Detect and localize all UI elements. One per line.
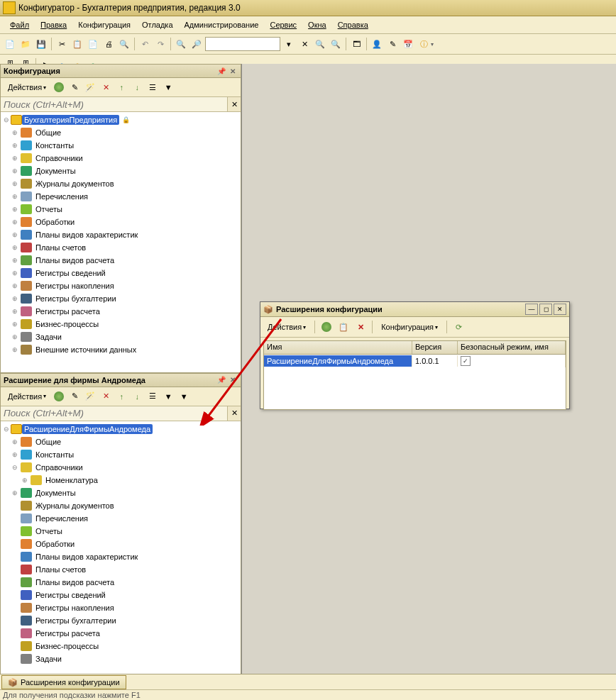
- search-clear-icon[interactable]: ✕: [227, 97, 241, 111]
- tree-node[interactable]: Бизнес-процессы: [1, 640, 241, 652]
- extensions-grid[interactable]: Имя Версия Безопасный режим, имя про... …: [263, 340, 566, 410]
- expand-icon[interactable]: ⊕: [11, 167, 19, 175]
- down-icon[interactable]: ↓: [130, 80, 144, 94]
- col-name[interactable]: Имя: [264, 341, 412, 354]
- expand-icon[interactable]: ⊖: [11, 463, 19, 472]
- tree-search-input[interactable]: [1, 97, 227, 111]
- actions-dropdown[interactable]: Действия ▾: [4, 82, 50, 93]
- tree-node[interactable]: ⊕Регистры расчета: [1, 305, 241, 318]
- panel-ext-close-icon[interactable]: ✕: [228, 375, 238, 385]
- cw-config-dropdown[interactable]: Конфигурация ▾: [377, 321, 442, 333]
- add-icon[interactable]: [52, 80, 66, 94]
- search-next-icon[interactable]: 🔍: [313, 37, 327, 51]
- tree-node[interactable]: ⊕Справочники: [1, 152, 241, 165]
- tree-node[interactable]: ⊕Бизнес-процессы: [1, 318, 241, 330]
- tree-node[interactable]: Отчеты: [1, 525, 241, 538]
- expand-icon[interactable]: ⊕: [11, 154, 19, 162]
- expand-icon[interactable]: ⊕: [11, 282, 19, 290]
- syntax-icon[interactable]: 👤: [370, 37, 384, 51]
- expand-icon[interactable]: ⊕: [11, 333, 19, 341]
- compare-icon[interactable]: 🔍: [117, 37, 131, 51]
- expand-icon[interactable]: ⊕: [11, 192, 19, 201]
- edit-icon[interactable]: ✎: [67, 80, 82, 94]
- calendar-icon[interactable]: 📅: [401, 37, 415, 51]
- tree-node[interactable]: ⊕Регистры бухгалтерии: [1, 292, 241, 305]
- cut-icon[interactable]: ✂: [55, 37, 69, 51]
- expand-icon[interactable]: [11, 578, 19, 587]
- expand-icon[interactable]: [11, 565, 19, 574]
- expand-icon[interactable]: [11, 642, 19, 650]
- ext-sort-icon[interactable]: ☰: [145, 389, 160, 404]
- tree-root[interactable]: ⊖БухгалтерияПредприятия🔒: [1, 113, 241, 126]
- tree-node[interactable]: Планы видов характеристик: [1, 550, 241, 563]
- config-tree[interactable]: ⊖БухгалтерияПредприятия🔒⊕Общие⊕Константы…: [1, 112, 241, 372]
- ext-down-icon[interactable]: ↓: [130, 389, 144, 404]
- menu-config[interactable]: Конфигурация: [72, 19, 136, 30]
- tree-node[interactable]: ⊕Планы видов расчета: [1, 254, 241, 267]
- tree-node[interactable]: ⊕Регистры сведений: [1, 267, 241, 279]
- cw-actions-dropdown[interactable]: Действия ▾: [263, 321, 310, 333]
- tree-node[interactable]: ⊕Перечисления: [1, 190, 241, 203]
- open-file-icon[interactable]: 📁: [18, 37, 33, 51]
- expand-icon[interactable]: ⊕: [11, 256, 19, 265]
- sort-icon[interactable]: ☰: [145, 80, 160, 94]
- ext-edit-icon[interactable]: ✎: [67, 389, 82, 404]
- expand-icon[interactable]: [11, 540, 19, 548]
- expand-icon[interactable]: [11, 591, 19, 599]
- expand-icon[interactable]: [11, 501, 19, 510]
- taskbar-button-extensions[interactable]: 📦 Расширения конфигурации: [1, 675, 126, 689]
- window-minimize-icon[interactable]: —: [525, 304, 538, 315]
- expand-icon[interactable]: [11, 655, 19, 663]
- tree-node[interactable]: Регистры бухгалтерии: [1, 614, 241, 627]
- menu-windows[interactable]: Окна: [302, 19, 332, 30]
- expand-icon[interactable]: ⊕: [11, 320, 19, 328]
- tree-node[interactable]: Перечисления: [1, 512, 241, 525]
- expand-icon[interactable]: [11, 514, 19, 523]
- redo-icon[interactable]: ↷: [153, 37, 167, 51]
- wand-icon[interactable]: 🪄: [83, 80, 97, 94]
- ext-wand-icon[interactable]: 🪄: [83, 389, 97, 404]
- up-icon[interactable]: ↑: [114, 80, 128, 94]
- undo-icon[interactable]: ↶: [138, 37, 152, 51]
- cw-add-icon[interactable]: [319, 320, 334, 334]
- tree-node[interactable]: ⊕Документы: [1, 165, 241, 177]
- tree-node[interactable]: Регистры сведений: [1, 589, 241, 601]
- search-field[interactable]: [205, 37, 280, 51]
- ext-filter-icon[interactable]: ▼: [161, 389, 175, 404]
- ext-add-icon[interactable]: [52, 389, 66, 404]
- tree-node[interactable]: ⊖Справочники: [1, 461, 241, 474]
- filter-icon[interactable]: ▼: [161, 80, 175, 94]
- ext-actions-dropdown[interactable]: Действия ▾: [4, 391, 50, 402]
- expand-icon[interactable]: ⊕: [11, 269, 19, 277]
- menu-service[interactable]: Сервис: [264, 19, 302, 30]
- tree-node[interactable]: Планы счетов: [1, 563, 241, 576]
- tree-node[interactable]: Регистры накопления: [1, 601, 241, 614]
- tree-node[interactable]: ⊕Обработки: [1, 216, 241, 228]
- tree-node[interactable]: ⊕Константы: [1, 448, 241, 461]
- expand-icon[interactable]: ⊕: [11, 141, 19, 150]
- expand-icon[interactable]: [11, 604, 19, 612]
- wizard-icon[interactable]: ✎: [385, 37, 400, 51]
- tree-root[interactable]: ⊖РасширениеДляФирмыАндромеда: [1, 423, 241, 435]
- search-prev-icon[interactable]: 🔍: [329, 37, 343, 51]
- ext-search-clear-icon[interactable]: ✕: [227, 406, 241, 421]
- tree-node[interactable]: Журналы документов: [1, 499, 241, 512]
- ext-up-icon[interactable]: ↑: [114, 389, 128, 404]
- clear-search-icon[interactable]: ✕: [297, 37, 312, 51]
- collapse-icon[interactable]: ⊖: [2, 425, 11, 433]
- col-version[interactable]: Версия: [412, 341, 458, 354]
- expand-icon[interactable]: ⊕: [11, 179, 19, 188]
- expand-icon[interactable]: ⊕: [11, 450, 19, 459]
- save-icon[interactable]: 💾: [34, 37, 48, 51]
- panel-close-icon[interactable]: ✕: [228, 66, 238, 76]
- paste-icon[interactable]: 📄: [86, 37, 100, 51]
- ext-tree[interactable]: ⊖РасширениеДляФирмыАндромеда⊕Общие⊕Конст…: [1, 421, 241, 682]
- panel-pin-icon[interactable]: 📌: [216, 66, 226, 76]
- tree-node[interactable]: ⊕Отчеты: [1, 203, 241, 216]
- table-row[interactable]: РасширениеДляФирмыАндромеда 1.0.0.1 ✓: [264, 355, 566, 367]
- new-file-icon[interactable]: 📄: [3, 37, 17, 51]
- tree-node[interactable]: ⊕Задачи: [1, 330, 241, 343]
- expand-icon[interactable]: ⊕: [11, 345, 19, 354]
- menu-debug[interactable]: Отладка: [136, 19, 178, 30]
- help-icon[interactable]: ⓘ: [417, 37, 431, 51]
